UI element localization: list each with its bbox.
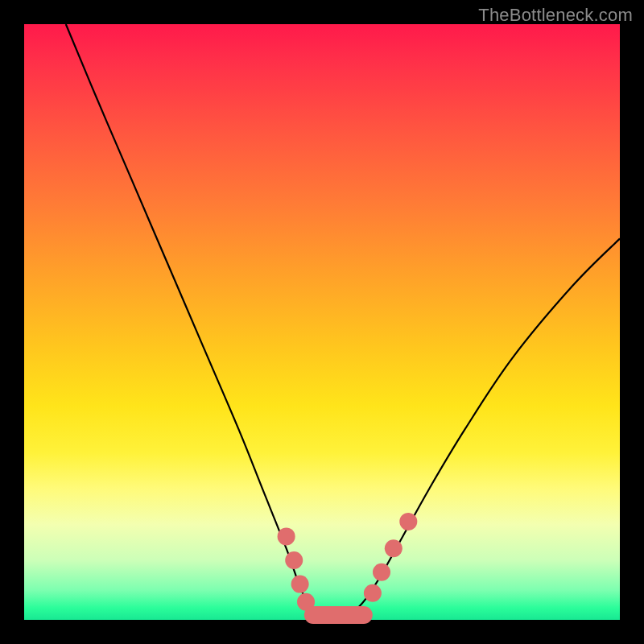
- series-marker: [285, 551, 303, 569]
- plot-area: [24, 24, 620, 620]
- bottleneck-curve: [66, 24, 620, 619]
- outer-frame: TheBottleneck.com: [0, 0, 644, 644]
- chart-svg: [24, 24, 620, 620]
- series-marker: [291, 576, 309, 593]
- series-marker: [373, 564, 390, 581]
- series-marker: [399, 513, 417, 530]
- series-marker: [385, 539, 402, 557]
- curve-layer: [66, 24, 620, 619]
- marker-layer: [278, 513, 418, 624]
- watermark-label: TheBottleneck.com: [478, 5, 633, 26]
- series-marker: [278, 527, 295, 545]
- series-marker-pill: [304, 606, 373, 624]
- series-marker: [364, 584, 382, 602]
